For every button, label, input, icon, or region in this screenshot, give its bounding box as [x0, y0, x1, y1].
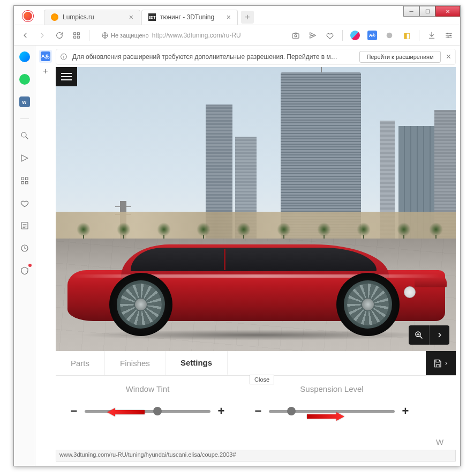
address-bar: Не защищено http://www.3dtuning.com/ru-R… — [14, 25, 460, 46]
svg-rect-15 — [25, 182, 28, 184]
translate-extension-icon[interactable]: Aあ — [367, 31, 377, 40]
opera-logo-icon[interactable] — [22, 11, 33, 21]
messenger-icon[interactable] — [19, 51, 31, 63]
workspace-translate-button[interactable]: Aあ — [39, 50, 52, 63]
go-to-extensions-button[interactable]: Перейти к расширениям — [359, 51, 440, 63]
easy-setup-button[interactable] — [444, 31, 454, 40]
rear-wheel[interactable] — [336, 273, 400, 336]
maximize-button[interactable]: ☐ — [419, 6, 435, 17]
tab-close-icon[interactable]: × — [227, 13, 231, 21]
personal-news-icon[interactable] — [19, 152, 31, 164]
tint-increase-button[interactable]: + — [216, 404, 227, 418]
zoom-controls — [409, 325, 449, 345]
favicon-3dt-icon: 3DT — [148, 13, 156, 21]
settings-panel: Window Tint − + Suspension Level − — [56, 376, 456, 450]
content-tabs: Parts Finishes Settings — [56, 351, 456, 376]
extension-notification-bar: ⓘ Для обновления расширений требуются до… — [56, 49, 456, 65]
speed-dial-icon[interactable] — [19, 175, 31, 187]
svg-point-9 — [449, 34, 451, 36]
svg-rect-14 — [21, 182, 24, 184]
window-close-button[interactable]: ✕ — [435, 6, 460, 17]
tab-bar: Lumpics.ru × 3DT тюнинг - 3DTuning × + — [14, 6, 460, 25]
suspension-setting: Suspension Level − + — [239, 384, 424, 450]
workspace-add-button[interactable]: + — [39, 65, 52, 78]
security-label: Не защищено — [111, 32, 149, 39]
svg-rect-0 — [74, 32, 76, 34]
tint-slider[interactable] — [85, 410, 210, 413]
nav-back-button[interactable] — [20, 31, 30, 40]
wallet-icon[interactable]: ◧ — [402, 31, 411, 40]
info-icon: ⓘ — [61, 53, 67, 62]
svg-point-10 — [447, 36, 449, 38]
tab-3dtuning[interactable]: 3DT тюнинг - 3DTuning × — [141, 10, 238, 25]
search-icon[interactable] — [19, 130, 31, 142]
window-tint-setting: Window Tint − + — [56, 384, 239, 450]
bookmark-button[interactable] — [325, 31, 335, 40]
security-indicator[interactable]: Не защищено — [101, 32, 149, 39]
tab-title: Lumpics.ru — [63, 13, 94, 21]
svg-rect-2 — [74, 36, 76, 38]
new-tab-button[interactable]: + — [241, 11, 254, 24]
separator — [89, 30, 89, 41]
url-text: http://www.3dtuning.com/ru-RU — [152, 32, 241, 39]
speed-dial-button[interactable] — [72, 31, 81, 40]
window-tint-label: Window Tint — [69, 384, 227, 393]
separator — [419, 30, 419, 41]
svg-point-6 — [295, 34, 297, 36]
history-icon[interactable] — [19, 242, 31, 254]
svg-point-7 — [387, 32, 393, 38]
separator — [342, 30, 343, 41]
status-url: www.3dtuning.com/ru-RU/tuning/hyundai/tu… — [59, 451, 236, 458]
reload-button[interactable] — [55, 31, 64, 40]
notification-text: Для обновления расширений требуются допо… — [72, 53, 354, 61]
status-bar: www.3dtuning.com/ru-RU/tuning/hyundai/tu… — [56, 450, 456, 462]
svg-rect-5 — [292, 33, 299, 38]
suspension-slider-thumb[interactable] — [287, 407, 296, 415]
svg-point-8 — [447, 33, 448, 34]
tab-title: тюнинг - 3DTuning — [160, 13, 214, 21]
next-setting-partial: W — [424, 384, 456, 450]
notification-close-icon[interactable]: × — [446, 52, 451, 62]
extension-icon[interactable] — [385, 31, 394, 40]
tab-finishes[interactable]: Finishes — [105, 351, 165, 375]
whatsapp-icon[interactable] — [19, 73, 31, 85]
menu-button[interactable] — [56, 67, 77, 86]
sidebar: w — [14, 46, 35, 466]
zoom-in-button[interactable] — [409, 325, 429, 345]
svg-rect-3 — [77, 36, 79, 38]
vk-icon[interactable]: w — [19, 96, 31, 108]
snapshot-button[interactable] — [291, 31, 300, 40]
suspension-decrease-button[interactable]: − — [253, 404, 264, 418]
tint-slider-thumb[interactable] — [153, 407, 162, 415]
close-tooltip: Close — [250, 375, 274, 384]
save-button[interactable] — [426, 351, 456, 375]
send-button[interactable] — [308, 31, 318, 40]
tab-parts[interactable]: Parts — [56, 351, 105, 375]
tab-settings[interactable]: Settings — [165, 351, 228, 375]
workspace-tabs: Aあ + — [35, 46, 56, 78]
adblock-icon[interactable] — [350, 31, 360, 40]
front-wheel[interactable] — [109, 273, 172, 336]
svg-rect-1 — [77, 32, 79, 34]
url-field[interactable]: Не защищено http://www.3dtuning.com/ru-R… — [97, 32, 283, 39]
tab-close-icon[interactable]: × — [129, 13, 133, 21]
svg-rect-13 — [25, 177, 28, 180]
tint-decrease-button[interactable]: − — [69, 404, 79, 418]
separator — [20, 118, 29, 119]
next-view-button[interactable] — [429, 325, 449, 345]
suspension-label: Suspension Level — [253, 384, 411, 393]
svg-point-11 — [21, 132, 26, 137]
tab-lumpics[interactable]: Lumpics.ru × — [44, 10, 140, 25]
car-model[interactable]: 3DT — [67, 218, 445, 336]
downloads-button[interactable] — [427, 31, 437, 40]
bookmarks-icon[interactable] — [19, 197, 31, 209]
suspension-increase-button[interactable]: + — [400, 404, 411, 418]
extensions-icon[interactable] — [19, 265, 31, 277]
news-icon[interactable] — [19, 220, 31, 232]
nav-forward-button[interactable] — [37, 31, 47, 40]
minimize-button[interactable]: ─ — [403, 6, 419, 17]
suspension-slider[interactable] — [269, 410, 395, 413]
car-viewport[interactable]: 3DT — [56, 67, 456, 351]
svg-rect-12 — [21, 177, 24, 180]
favicon-lumpics-icon — [51, 13, 58, 21]
